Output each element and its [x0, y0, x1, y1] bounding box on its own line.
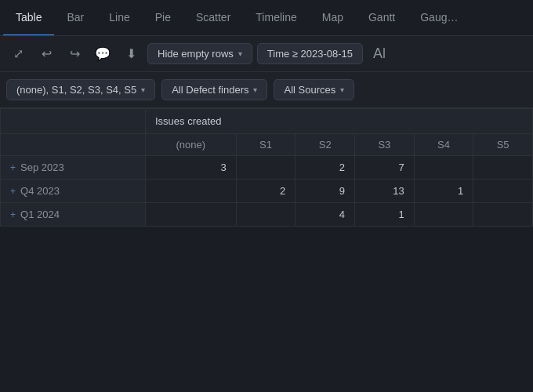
col-header-s4: S4: [414, 134, 473, 156]
cell-2-1: [236, 203, 296, 227]
table-row: +Q4 202329131: [1, 180, 533, 203]
sources-filter-button[interactable]: All Sources ▾: [274, 79, 354, 100]
tab-scatter[interactable]: Scatter: [183, 0, 243, 36]
filter-bar: (none), S1, S2, S3, S4, S5 ▾ All Defect …: [0, 72, 533, 108]
cell-1-5: [473, 180, 533, 203]
col-header-s2: S2: [296, 134, 355, 156]
cell-1-2: 9: [296, 180, 355, 203]
data-table: Issues created (none) S1 S2 S3 S4 S5 +Se…: [0, 108, 533, 227]
sources-chevron-icon: ▾: [340, 85, 344, 94]
issues-created-header: Issues created: [145, 109, 532, 134]
defect-finders-label: All Defect finders: [172, 84, 248, 96]
toolbar: ⤢ ↩ ↪ 💬 ⬇ Hide empty rows ▾ Time ≥ 2023-…: [0, 36, 533, 72]
time-filter-button[interactable]: Time ≥ 2023-08-15: [257, 43, 363, 64]
cell-2-4: [414, 203, 473, 227]
time-filter-label: Time ≥ 2023-08-15: [267, 48, 353, 60]
defect-finders-chevron-icon: ▾: [253, 85, 257, 94]
tab-bar: Table Bar Line Pie Scatter Timeline Map …: [0, 0, 533, 36]
dimension-filter-button[interactable]: (none), S1, S2, S3, S4, S5 ▾: [6, 79, 155, 100]
expand-icon[interactable]: ⤢: [6, 42, 30, 66]
cell-2-3: 1: [355, 203, 415, 227]
table-row: +Sep 2023327: [1, 156, 533, 180]
col-header-s1: S1: [236, 134, 296, 156]
row-label-text: Q4 2023: [20, 185, 60, 197]
cell-2-5: [473, 203, 533, 227]
col-header-s3: S3: [355, 134, 415, 156]
tab-gauge[interactable]: Gaug…: [408, 0, 470, 36]
overflow-button[interactable]: Al: [368, 42, 391, 66]
download-icon[interactable]: ⬇: [119, 42, 143, 66]
cell-1-3: 13: [355, 180, 415, 203]
row-label[interactable]: +Sep 2023: [1, 156, 146, 180]
table-row: +Q1 202441: [1, 203, 533, 227]
row-expand-icon[interactable]: +: [10, 162, 16, 173]
tab-gantt[interactable]: Gantt: [356, 0, 408, 36]
cell-1-4: 1: [414, 180, 473, 203]
row-label-text: Q1 2024: [20, 209, 60, 220]
defect-finders-filter-button[interactable]: All Defect finders ▾: [161, 79, 267, 100]
undo-icon[interactable]: ↩: [34, 42, 58, 66]
hide-empty-rows-chevron-icon: ▾: [238, 49, 242, 58]
row-label-text: Sep 2023: [20, 162, 64, 173]
tab-bar[interactable]: Bar: [54, 0, 96, 36]
cell-0-0: 3: [145, 156, 236, 180]
table-container: Issues created (none) S1 S2 S3 S4 S5 +Se…: [0, 108, 533, 227]
cell-0-2: 2: [296, 156, 355, 180]
cell-1-0: [145, 180, 236, 203]
overflow-label: Al: [373, 45, 386, 62]
cell-0-4: [414, 156, 473, 180]
col-header-s5: S5: [473, 134, 533, 156]
comment-icon[interactable]: 💬: [91, 42, 114, 66]
col-header-empty: [1, 134, 146, 156]
dimension-filter-label: (none), S1, S2, S3, S4, S5: [16, 84, 136, 96]
row-expand-icon[interactable]: +: [10, 186, 16, 197]
dimension-chevron-icon: ▾: [141, 85, 145, 94]
cell-1-1: 2: [236, 180, 296, 203]
tab-line[interactable]: Line: [96, 0, 142, 36]
table-row-header: [1, 109, 146, 134]
tab-table[interactable]: Table: [3, 0, 54, 36]
row-label[interactable]: +Q4 2023: [1, 180, 146, 203]
hide-empty-rows-label: Hide empty rows: [158, 48, 234, 60]
hide-empty-rows-button[interactable]: Hide empty rows ▾: [147, 43, 252, 64]
cell-2-2: 4: [296, 203, 355, 227]
cell-0-1: [236, 156, 296, 180]
redo-icon[interactable]: ↪: [63, 42, 86, 66]
col-header-none: (none): [145, 134, 236, 156]
cell-2-0: [145, 203, 236, 227]
tab-pie[interactable]: Pie: [143, 0, 183, 36]
tab-timeline[interactable]: Timeline: [243, 0, 309, 36]
cell-0-5: [473, 156, 533, 180]
tab-map[interactable]: Map: [310, 0, 356, 36]
sources-label: All Sources: [284, 84, 335, 96]
cell-0-3: 7: [355, 156, 415, 180]
row-expand-icon[interactable]: +: [10, 209, 16, 220]
row-label[interactable]: +Q1 2024: [1, 203, 146, 227]
